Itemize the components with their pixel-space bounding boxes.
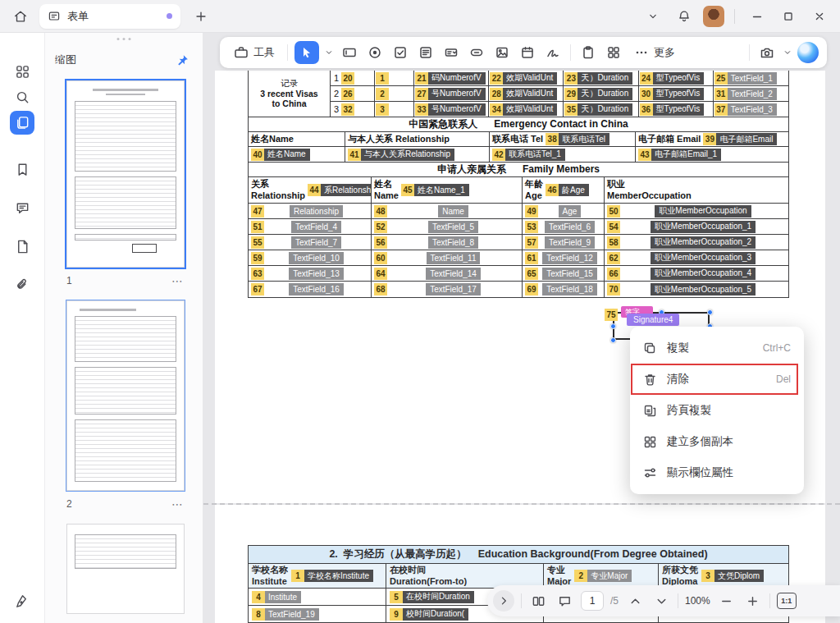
form-field[interactable]: 5在校时间Duration — [390, 591, 474, 603]
paste-tool-button[interactable] — [578, 41, 599, 64]
form-field[interactable]: 41与本人关系Relationship — [348, 149, 454, 161]
field-number-badge[interactable]: 20 — [341, 72, 354, 85]
field-label-chip[interactable]: 码NumberofV — [427, 72, 486, 85]
page-thumbnail[interactable] — [66, 80, 185, 268]
field-label-chip[interactable]: 电子邮箱Email_1 — [651, 149, 721, 161]
selection-handle[interactable] — [610, 337, 616, 343]
form-field[interactable]: 25TextField_1 — [714, 72, 777, 85]
field-number-badge[interactable]: 50 — [607, 205, 620, 218]
combo-box-tool-button[interactable] — [441, 41, 462, 64]
field-number-badge[interactable]: 56 — [374, 236, 387, 249]
field-number-badge[interactable]: 23 — [564, 72, 578, 85]
all-fields-tool-button[interactable] — [603, 41, 624, 64]
field-number-badge[interactable]: 37 — [714, 103, 728, 116]
field-label-chip[interactable]: 联系电话Tel — [558, 133, 609, 145]
apps-grid-button[interactable] — [10, 60, 34, 84]
form-field[interactable]: 1学校名称Institute — [291, 570, 373, 582]
form-field[interactable]: 37TextField_3 — [714, 103, 777, 116]
form-field[interactable]: 39电子邮箱Email — [703, 133, 777, 145]
field-number-badge[interactable]: 34 — [490, 103, 503, 116]
form-field[interactable]: 52TextField_5 — [374, 221, 519, 233]
form-field[interactable]: 33号NumberofV — [415, 103, 486, 116]
field-label-chip[interactable]: Age — [559, 205, 582, 218]
close-button[interactable] — [807, 4, 832, 29]
collapse-bar-button[interactable] — [493, 590, 514, 612]
field-label-chip[interactable]: TextField_3 — [727, 103, 777, 116]
field-label-chip[interactable]: 效期ValidUnt — [502, 103, 557, 116]
form-field[interactable]: 58职业MemberOccupation_2 — [607, 236, 786, 249]
field-number-badge[interactable]: 43 — [638, 149, 651, 161]
field-number-badge[interactable]: 60 — [374, 252, 387, 264]
form-field[interactable]: 34效期ValidUnt — [490, 103, 557, 116]
form-field[interactable]: 54职业MemberOccupation_1 — [607, 221, 786, 233]
tools-menu-button[interactable]: 工具 — [228, 41, 281, 64]
field-label-chip[interactable]: TextField_14 — [426, 268, 481, 280]
document-tab-form[interactable]: 表单 — [39, 4, 180, 29]
page-thumbnail[interactable] — [66, 524, 185, 614]
field-label-chip[interactable]: TextField_13 — [289, 268, 344, 280]
page-number-input[interactable]: 1 — [581, 591, 604, 611]
field-label-chip[interactable]: 姓名Name_1 — [413, 184, 469, 196]
field-number-badge[interactable]: 61 — [525, 252, 538, 264]
page-view-button[interactable] — [528, 591, 548, 611]
field-label-chip[interactable]: 校时间Duration( — [402, 608, 468, 621]
field-number-badge[interactable]: 1 — [376, 72, 389, 85]
form-field[interactable]: 55TextField_7 — [251, 236, 368, 249]
field-label-chip[interactable]: 在校时间Duration — [402, 591, 474, 603]
field-label-chip[interactable]: 职业MemberOccupation_2 — [651, 236, 756, 249]
field-label-chip[interactable]: 职业MemberOccupation_1 — [651, 221, 756, 233]
form-field[interactable]: 3文凭Diplom — [701, 570, 764, 582]
user-avatar[interactable] — [703, 6, 724, 27]
snapshot-tool-button[interactable] — [756, 41, 778, 64]
field-label-chip[interactable]: 文凭Diplom — [714, 570, 764, 582]
field-number-badge[interactable]: 69 — [525, 283, 538, 295]
form-field[interactable]: 9校时间Duration( — [390, 608, 468, 621]
form-field[interactable]: 49Age — [525, 205, 601, 218]
form-field[interactable]: 28效期ValidUnt — [490, 88, 557, 100]
signature-field-tool-button[interactable] — [542, 41, 564, 64]
comments-panel-button[interactable] — [10, 196, 34, 220]
field-label-chip[interactable]: 天）Duration — [577, 88, 632, 100]
field-number-badge[interactable]: 58 — [607, 236, 620, 249]
new-tab-button[interactable] — [190, 6, 212, 27]
form-field[interactable]: 30型TypeofVis — [640, 88, 705, 100]
field-number-badge[interactable]: 33 — [415, 103, 428, 116]
field-number-badge[interactable]: 32 — [341, 103, 354, 116]
form-field[interactable]: 29天）Duration — [564, 88, 632, 100]
field-label-chip[interactable]: TextField_5 — [428, 221, 478, 233]
form-field[interactable]: 2专业Major — [574, 570, 632, 582]
field-number-badge[interactable]: 48 — [374, 205, 387, 218]
form-field[interactable]: 56TextField_8 — [374, 236, 519, 249]
field-label-chip[interactable]: TextField_4 — [291, 221, 341, 233]
signature-pen-button[interactable] — [10, 589, 34, 613]
field-label-chip[interactable]: 与本人关系Relationship — [360, 149, 454, 161]
field-number-badge[interactable]: 49 — [525, 205, 538, 218]
field-number-badge[interactable]: 75 — [605, 309, 618, 321]
field-number-badge[interactable]: 30 — [640, 88, 653, 100]
field-label-chip[interactable]: TextField_18 — [542, 283, 597, 295]
field-number-badge[interactable]: 55 — [251, 236, 264, 249]
more-tools-button[interactable]: 更多 — [628, 41, 681, 64]
field-number-badge[interactable]: 31 — [714, 88, 728, 100]
field-label-chip[interactable]: TextField_6 — [545, 221, 595, 233]
form-field[interactable]: 21码NumberofV — [415, 72, 486, 85]
form-field[interactable]: 43电子邮箱Email_1 — [638, 149, 721, 161]
field-label-chip[interactable]: 职业MemberOccupation_5 — [651, 283, 756, 295]
field-number-badge[interactable]: 3 — [376, 103, 389, 116]
field-label-chip[interactable]: 型TypeofVis — [652, 88, 705, 100]
field-number-badge[interactable]: 70 — [607, 283, 620, 295]
field-label-chip[interactable]: TextField_8 — [428, 236, 478, 249]
panel-drag-handle[interactable] — [117, 38, 131, 40]
field-number-badge[interactable]: 64 — [374, 268, 387, 280]
field-label-chip[interactable]: 号NumberofV — [427, 103, 486, 116]
field-number-badge[interactable]: 46 — [546, 184, 559, 196]
push-button-tool-button[interactable] — [466, 41, 487, 64]
field-label-chip[interactable]: 效期ValidUnt — [502, 88, 557, 100]
field-number-badge[interactable]: 53 — [525, 221, 538, 233]
field-number-badge[interactable]: 2 — [376, 88, 389, 100]
field-label-chip[interactable]: 天）Duration — [577, 72, 632, 85]
field-label-chip[interactable]: TextField_11 — [427, 252, 481, 264]
field-label-chip[interactable]: 型TypeofVis — [652, 103, 705, 116]
context-menu-item-duplicate[interactable]: 建立多個副本 — [630, 426, 804, 457]
field-number-badge[interactable]: 21 — [415, 72, 428, 85]
